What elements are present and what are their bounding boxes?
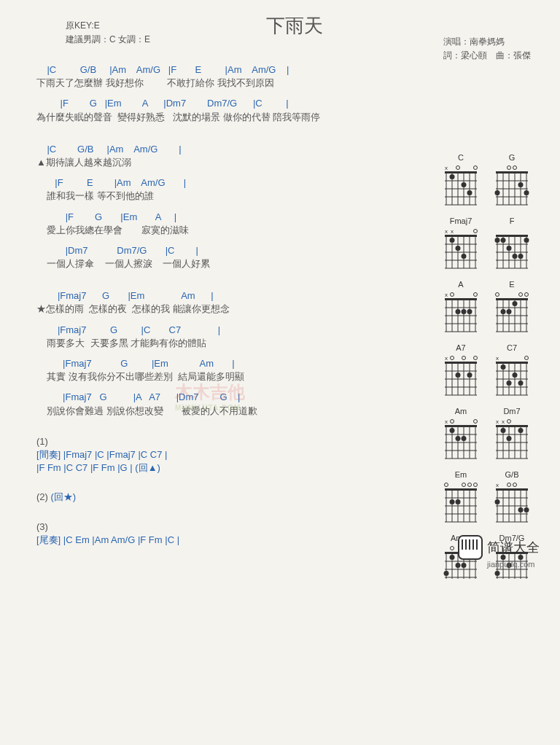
lyric-line: ▲期待讓人越來越沉溺 <box>36 156 423 169</box>
suggested-key: 建議男調：C 女調：E <box>66 33 150 47</box>
svg-point-168 <box>518 428 524 433</box>
svg-point-86 <box>525 293 529 297</box>
fretboard-icon: x <box>443 291 479 333</box>
svg-point-200 <box>495 499 500 504</box>
fretboard-icon <box>443 481 479 523</box>
chord-label: Am <box>442 407 480 416</box>
singer-line: 演唱：南拳媽媽 <box>443 35 531 49</box>
svg-point-133 <box>513 372 518 378</box>
chord-line: |Fmaj7 G |Em Am | <box>36 289 423 303</box>
svg-point-49 <box>462 254 467 259</box>
chord-label: G <box>493 153 531 162</box>
svg-point-68 <box>451 293 454 297</box>
svg-point-154 <box>508 420 511 424</box>
chord-diagram: Ax <box>442 280 480 333</box>
svg-rect-173 <box>445 488 477 491</box>
chord-diagram: G <box>493 153 531 206</box>
chord-label: Fmaj7 <box>442 217 480 225</box>
svg-rect-3 <box>445 171 477 173</box>
chord-line: |Fmaj7 G |Em Am | <box>36 357 423 370</box>
svg-rect-36 <box>445 235 477 237</box>
svg-rect-155 <box>496 425 528 427</box>
svg-point-18 <box>513 166 517 170</box>
svg-point-85 <box>519 293 523 297</box>
svg-point-84 <box>496 293 499 297</box>
chord-label: C <box>442 153 480 162</box>
svg-text:x: x <box>445 418 448 425</box>
svg-text:x: x <box>445 355 448 362</box>
svg-point-100 <box>513 301 518 306</box>
chord-diagram: Cx <box>442 153 480 206</box>
svg-point-30 <box>495 190 500 195</box>
chord-label: A7 <box>442 343 480 352</box>
svg-rect-50 <box>496 235 528 237</box>
chord-label: A <box>442 280 480 289</box>
writer-line: 詞：梁心頤 曲：張傑 <box>443 49 531 63</box>
chord-line: |Dm7 Dm7/G |C | <box>36 244 423 257</box>
lyric-line: 為什麼失眠的聲音 變得好熟悉 沈默的場景 做你的代替 陪我等雨停 <box>36 111 423 124</box>
fretboard-icon: x <box>443 164 479 206</box>
flow-line: (1)[間奏] |Fmaj7 |C |Fmaj7 |C C7 | |F Fm |… <box>36 435 423 475</box>
svg-point-81 <box>456 309 461 314</box>
svg-text:x: x <box>445 228 448 235</box>
lyric-line: 雨要多大 天要多黑 才能夠有你的體貼 <box>36 337 423 350</box>
svg-point-104 <box>474 356 478 360</box>
svg-point-172 <box>474 483 478 487</box>
chord-diagram: Dm7xx <box>493 407 531 460</box>
svg-point-166 <box>501 428 506 433</box>
lyric-line: 下雨天了怎麼辦 我好想你 不敢打給你 我找不到原因 <box>36 77 423 90</box>
svg-text:x: x <box>451 228 454 235</box>
svg-point-132 <box>507 381 512 386</box>
svg-point-149 <box>450 428 455 433</box>
lyric-line: 別說你會難過 別說你想改變 被愛的人不用道歉 <box>36 405 423 418</box>
chord-line: |C G/B |Am Am/G |F E |Am Am/G | <box>36 63 423 77</box>
footer-url: jianpudq.com <box>487 560 540 569</box>
svg-rect-189 <box>496 488 528 491</box>
svg-point-188 <box>513 483 517 487</box>
chord-label: Em <box>442 470 480 479</box>
svg-point-217 <box>450 555 455 560</box>
chord-line: |Fmaj7 G |C C7 | <box>36 324 423 337</box>
svg-point-61 <box>495 238 500 243</box>
footer-logo: 简谱大全 <box>458 535 540 560</box>
footer: 简谱大全 jianpudq.com <box>458 535 540 569</box>
chord-diagram: G/Bx <box>493 470 531 523</box>
svg-point-62 <box>501 238 506 243</box>
svg-point-102 <box>451 356 454 360</box>
chord-label: F <box>493 217 531 225</box>
svg-point-185 <box>456 499 461 504</box>
fretboard-icon: xx <box>443 227 479 270</box>
svg-text:x: x <box>502 418 505 425</box>
svg-point-117 <box>467 372 472 378</box>
svg-point-83 <box>467 309 472 314</box>
lyric-line: 誰和我一樣 等不到他的誰 <box>36 190 423 203</box>
svg-point-151 <box>462 436 467 441</box>
lyric-line: ★怎樣的雨 怎樣的夜 怎樣的我 能讓你更想念 <box>36 303 423 316</box>
chord-label: Dm7 <box>493 407 531 416</box>
svg-point-98 <box>501 309 506 314</box>
svg-rect-105 <box>445 362 477 364</box>
svg-point-65 <box>518 254 524 259</box>
piano-icon <box>458 535 483 560</box>
svg-point-99 <box>507 309 512 314</box>
chord-line: |Fmaj7 G |A A7 |Dm7 G | <box>36 391 423 404</box>
chord-diagram: Em <box>442 470 480 523</box>
svg-point-184 <box>450 499 455 504</box>
svg-point-35 <box>474 230 478 233</box>
fretboard-icon: x <box>443 354 479 397</box>
svg-point-137 <box>474 420 478 424</box>
svg-point-202 <box>524 507 529 512</box>
svg-text:x: x <box>445 292 448 298</box>
lyrics-sheet: |C G/B |Am Am/G |F E |Am Am/G |下雨天了怎麼辦 我… <box>0 63 423 557</box>
svg-point-14 <box>450 174 455 179</box>
flow-line: (3)[尾奏] |C Em |Am Am/G |F Fm |C | <box>36 520 423 547</box>
chord-label: G/B <box>493 470 531 479</box>
svg-point-150 <box>456 436 461 441</box>
svg-point-47 <box>450 238 455 243</box>
svg-point-32 <box>524 190 529 195</box>
svg-point-16 <box>467 190 472 195</box>
svg-point-66 <box>524 238 529 243</box>
svg-rect-120 <box>496 362 528 364</box>
chord-diagram: F <box>493 217 531 270</box>
svg-text:x: x <box>496 482 499 488</box>
